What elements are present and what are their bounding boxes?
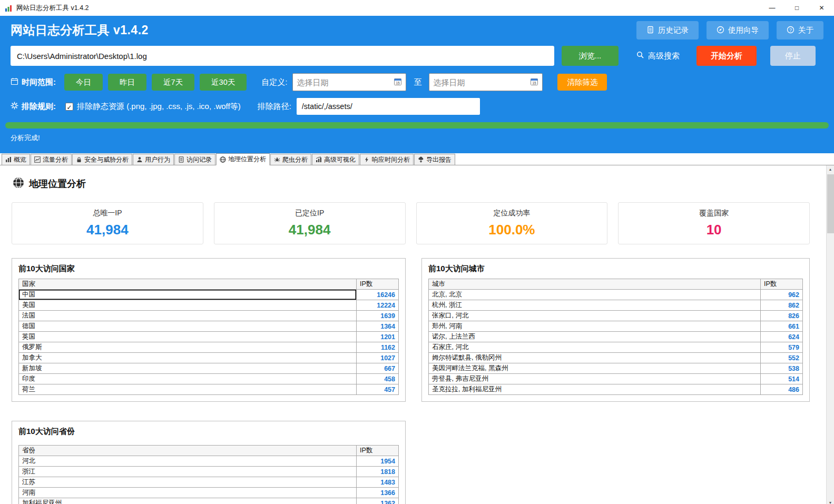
tab-crawler-analysis[interactable]: 爬虫分析 (270, 154, 311, 165)
tab-security-threat-analysis[interactable]: 安全与威胁分析 (72, 154, 132, 165)
column-header-province[interactable]: 省份 (19, 446, 357, 456)
log-file-path-input[interactable] (11, 46, 554, 66)
table-row[interactable]: 圣克拉拉, 加利福尼亚州486 (429, 384, 803, 395)
window-controls: — □ ✕ (760, 0, 834, 16)
table-row[interactable]: 中国16246 (19, 290, 399, 300)
table-row[interactable]: 郑州, 河南661 (429, 321, 803, 332)
custom-range-label: 自定义: (261, 77, 287, 87)
stat-value: 41,984 (86, 222, 129, 238)
tab-access-records[interactable]: 访问记录 (174, 154, 215, 165)
range-7days-button[interactable]: 近7天 (152, 74, 194, 91)
search-icon (636, 51, 644, 61)
date-picker-icon[interactable]: 15 (530, 77, 538, 87)
guide-icon (717, 26, 724, 35)
countries-table: 国家 IP数 中国16246 美国12224 法国1639 德国1364 英国1… (18, 279, 399, 395)
vertical-scrollbar[interactable] (826, 165, 834, 504)
range-today-button[interactable]: 今日 (64, 74, 103, 91)
date-picker-icon[interactable]: 15 (394, 77, 402, 87)
scroll-down-arrow-icon[interactable] (827, 499, 834, 504)
exclude-static-checkbox[interactable] (65, 103, 73, 111)
tab-traffic-analysis[interactable]: 流量分析 (31, 154, 72, 165)
traffic-icon (34, 156, 41, 163)
tab-overview[interactable]: 概览 (2, 154, 30, 165)
table-row[interactable]: 法国1639 (19, 311, 399, 321)
table-row[interactable]: 姆尔特诺默县, 俄勒冈州552 (429, 353, 803, 363)
exclude-path-label: 排除路径: (258, 102, 291, 112)
table-row[interactable]: 河南1366 (19, 488, 399, 498)
stat-card-located-ip: 已定位IP 41,984 (214, 202, 406, 244)
stat-value: 10 (707, 222, 722, 238)
calendar-icon (11, 77, 18, 87)
stop-button[interactable]: 停止 (770, 46, 816, 66)
table-row[interactable]: 加利福尼亚州1362 (19, 498, 399, 504)
table-row[interactable]: 新加坡667 (19, 363, 399, 374)
column-header-ip-count[interactable]: IP数 (357, 446, 399, 456)
app-icon (5, 4, 13, 12)
tab-export-report[interactable]: 导出报告 (414, 154, 455, 165)
table-row[interactable]: 印度458 (19, 374, 399, 384)
overview-icon (5, 156, 12, 163)
column-header-ip-count[interactable]: IP数 (357, 279, 399, 290)
svg-text:15: 15 (396, 81, 400, 84)
advanced-search-button[interactable]: 高级搜索 (636, 51, 680, 61)
about-icon: ? (787, 26, 794, 35)
table-row[interactable]: 荷兰457 (19, 384, 399, 395)
advanced-search-label: 高级搜索 (648, 51, 680, 61)
tab-geo-analysis[interactable]: 地理位置分析 (216, 153, 270, 165)
svg-text:?: ? (789, 27, 792, 32)
history-button[interactable]: 历史记录 (636, 21, 699, 39)
table-row[interactable]: 浙江1818 (19, 467, 399, 477)
panel-title: 前10大访问国家 (18, 264, 399, 274)
table-row[interactable]: 英国1201 (19, 332, 399, 342)
close-button[interactable]: ✕ (809, 0, 834, 16)
table-row[interactable]: 北京, 北京962 (429, 290, 803, 300)
start-analysis-button[interactable]: 开始分析 (696, 46, 757, 66)
table-row[interactable]: 俄罗斯1162 (19, 342, 399, 353)
exclude-path-input[interactable] (297, 98, 480, 115)
guide-button-label: 使用向导 (728, 25, 759, 35)
minimize-button[interactable]: — (760, 0, 784, 16)
maximize-button[interactable]: □ (784, 0, 809, 16)
tab-user-behavior[interactable]: 用户行为 (133, 154, 174, 165)
table-row[interactable]: 杭州, 浙江862 (429, 300, 803, 311)
table-row[interactable]: 河北1954 (19, 456, 399, 467)
table-row[interactable]: 加拿大1027 (19, 353, 399, 363)
table-row[interactable]: 美国12224 (19, 300, 399, 311)
to-label: 至 (414, 77, 421, 87)
page-title: 地理位置分析 (29, 177, 86, 190)
browse-button[interactable]: 浏览... (562, 46, 619, 66)
guide-button[interactable]: 使用向导 (707, 21, 769, 39)
date-from-input[interactable]: 15 (292, 73, 406, 91)
range-yesterday-button[interactable]: 昨日 (108, 74, 146, 91)
chart-icon (316, 156, 322, 163)
table-row[interactable]: 劳登县, 弗吉尼亚州514 (429, 374, 803, 384)
column-header-country[interactable]: 国家 (19, 279, 357, 290)
table-row[interactable]: 德国1364 (19, 321, 399, 332)
date-from-field[interactable] (297, 78, 394, 87)
history-button-label: 历史记录 (658, 25, 689, 35)
date-to-field[interactable] (433, 78, 530, 87)
scrollbar-thumb[interactable] (827, 174, 834, 233)
about-button[interactable]: ? 关于 (777, 21, 823, 39)
tab-response-time-analysis[interactable]: 响应时间分析 (360, 154, 414, 165)
date-to-input[interactable]: 15 (429, 73, 543, 91)
top-provinces-panel: 前10大访问省份 省份 IP数 河北1954 浙江1818 江苏1483 河南1… (12, 421, 406, 504)
table-row[interactable]: 石家庄, 河北579 (429, 342, 803, 353)
cities-table: 城市 IP数 北京, 北京962 杭州, 浙江862 张家口, 河北826 郑州… (428, 279, 803, 395)
app-title: 网站日志分析工具 v1.4.2 (11, 22, 149, 38)
table-row[interactable]: 张家口, 河北826 (429, 311, 803, 321)
scroll-up-arrow-icon[interactable] (827, 165, 834, 173)
column-header-city[interactable]: 城市 (429, 279, 761, 290)
top-countries-panel: 前10大访问国家 国家 IP数 中国16246 美国12224 法国1639 德… (12, 258, 406, 402)
clear-filter-button[interactable]: 清除筛选 (557, 74, 607, 91)
range-30days-button[interactable]: 近30天 (200, 74, 247, 91)
table-row[interactable]: 诺尔, 上法兰西624 (429, 332, 803, 342)
document-icon (178, 156, 184, 163)
panel-title: 前10大访问省份 (18, 427, 399, 437)
geo-analysis-page: 地理位置分析 总唯一IP 41,984 已定位IP 41,984 定位成功率 1… (0, 165, 834, 504)
globe-icon (13, 177, 24, 191)
column-header-ip-count[interactable]: IP数 (761, 279, 803, 290)
table-row[interactable]: 美因河畔法兰克福, 黑森州538 (429, 363, 803, 374)
tab-advanced-visualization[interactable]: 高级可视化 (312, 154, 359, 165)
table-row[interactable]: 江苏1483 (19, 477, 399, 488)
